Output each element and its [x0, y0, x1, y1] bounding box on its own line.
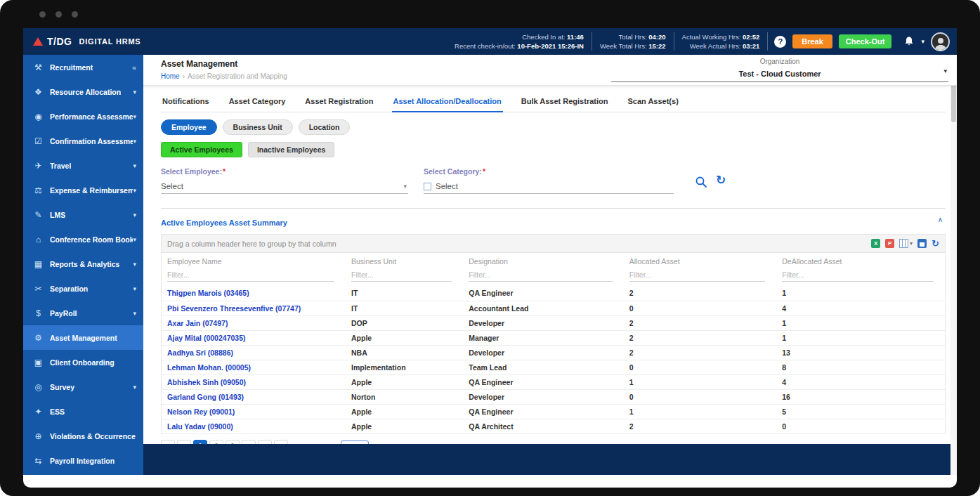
collapse-section-icon[interactable]: ∧	[938, 216, 943, 223]
column-header-allocated-asset[interactable]: Allocated Asset	[624, 253, 776, 268]
sidebar-item-travel[interactable]: ✈Travel▾	[23, 153, 143, 178]
column-chooser-icon[interactable]: ▾	[899, 239, 913, 248]
cell-deallocated-asset: 16	[776, 389, 945, 404]
tab-bulk-asset-registration[interactable]: Bulk Asset Registration	[520, 94, 610, 112]
tab-asset-category[interactable]: Asset Category	[228, 94, 287, 112]
chevron-down-icon[interactable]: ▾	[133, 138, 136, 145]
sidebar-item-recruitment[interactable]: ⚒Recruitment«	[23, 55, 143, 79]
sidebar-item-resource-allocation[interactable]: ❖Resource Allocation▾	[23, 79, 143, 104]
column-header-deallocated-asset[interactable]: DeAllocated Asset	[776, 253, 945, 268]
sidebar-item-payroll-integration[interactable]: ⇆Payroll Integration	[23, 448, 143, 473]
filter-inactive-employees[interactable]: Inactive Employees	[248, 142, 334, 157]
window-control-dot[interactable]	[39, 11, 46, 18]
user-avatar[interactable]	[931, 32, 950, 51]
column-header-employee-name[interactable]: Employee Name	[162, 253, 346, 268]
chevron-down-icon[interactable]: ▾	[133, 89, 136, 96]
sidebar-item-conference-room-booking[interactable]: ⌂Conference Room Booking▾	[23, 227, 143, 252]
refresh-grid-icon[interactable]: ↻	[932, 239, 939, 248]
cell-allocated-asset: 1	[624, 404, 776, 419]
summary-section-title[interactable]: Active Employees Asset Summary	[161, 218, 287, 227]
chevron-down-icon[interactable]: ▾	[133, 236, 136, 243]
cell-designation: QA Engineer	[463, 286, 624, 301]
subtab-business-unit[interactable]: Business Unit	[223, 119, 293, 135]
select-category-dropdown[interactable]: Select	[424, 182, 674, 194]
sidebar-item-violations-occurrence[interactable]: ⊕Violations & Occurrence	[23, 424, 143, 448]
group-panel-hint: Drag a column header here to group by th…	[167, 240, 336, 248]
break-button[interactable]: Break	[792, 34, 832, 48]
breadcrumb-current: Asset Registration and Mapping	[188, 72, 287, 80]
sidebar-item-payroll[interactable]: $PayRoll▾	[23, 301, 143, 325]
export-excel-icon[interactable]: X	[871, 239, 880, 248]
sidebar-item-label: Client Onboarding	[50, 358, 115, 367]
brand[interactable]: T/DG DIGITAL HRMS	[33, 36, 141, 47]
checkout-button[interactable]: Check-Out	[839, 34, 892, 48]
export-pdf-icon[interactable]: P	[885, 239, 894, 248]
sidebar-item-survey[interactable]: ◎Survey▾	[23, 374, 143, 399]
horizontal-scrollbar[interactable]	[23, 475, 957, 488]
chevron-down-icon[interactable]: ▾	[133, 162, 136, 169]
sidebar-item-performance-assessment[interactable]: ◉Performance Assessment▾	[23, 104, 143, 129]
cell-designation: QA Architect	[463, 419, 624, 433]
employee-name-link[interactable]: Nelson Rey (09001)	[162, 404, 346, 419]
save-layout-icon[interactable]	[917, 239, 927, 248]
employee-name-link[interactable]: Lalu Yadav (09000)	[162, 419, 346, 433]
window-control-dot[interactable]	[55, 11, 62, 18]
vertical-scrollbar[interactable]	[950, 55, 957, 475]
sidebar-item-confirmation-assessment[interactable]: ☑Confirmation Assessment▾	[23, 129, 143, 153]
sidebar-item-client-onboarding[interactable]: ▣Client Onboarding	[23, 350, 143, 374]
employee-name-link[interactable]: Aadhya Sri (08886)	[162, 345, 346, 360]
filter-input-business-unit[interactable]: Filter...	[351, 269, 452, 282]
sidebar-item-separation[interactable]: ✂Separation▾	[23, 276, 143, 301]
help-icon[interactable]: ?	[774, 36, 786, 48]
employee-name-link[interactable]: Axar Jain (07497)	[162, 315, 346, 330]
employee-name-link[interactable]: Thigpen Marois (03465)	[162, 286, 346, 301]
column-header-designation[interactable]: Designation	[463, 253, 624, 268]
breadcrumb-home-link[interactable]: Home	[161, 72, 180, 80]
chevron-down-icon[interactable]: ▾	[133, 285, 136, 292]
chevron-down-icon[interactable]: ▾	[133, 310, 136, 317]
payroll-integration-icon: ⇆	[32, 456, 44, 466]
sidebar-item-reports-analytics[interactable]: ▦Reports & Analytics▾	[23, 252, 143, 276]
sidebar-item-asset-management[interactable]: ⚙Asset Management	[23, 325, 143, 350]
chevron-down-icon[interactable]: ▾	[133, 113, 136, 120]
notification-bell-icon[interactable]	[903, 36, 915, 47]
cell-business-unit: Apple	[346, 404, 463, 419]
subtab-location[interactable]: Location	[299, 119, 351, 135]
tab-asset-allocation-deallocation[interactable]: Asset Allocation/Deallocation	[392, 94, 503, 112]
window-control-dot[interactable]	[72, 11, 78, 18]
column-header-business-unit[interactable]: Business Unit	[346, 253, 463, 268]
tab-scan-asset-s[interactable]: Scan Asset(s)	[626, 94, 679, 112]
sidebar-item-expense-reimbursement[interactable]: ⚖Expense & Reimbursement▾	[23, 178, 143, 202]
select-category-checkbox[interactable]	[424, 183, 431, 190]
profile-caret-icon[interactable]: ▾	[921, 38, 925, 45]
subtab-employee[interactable]: Employee	[161, 119, 217, 135]
tab-notifications[interactable]: Notifications	[161, 94, 211, 112]
payroll-icon: $	[32, 308, 44, 318]
sidebar-item-lms[interactable]: ✎LMS▾	[23, 202, 143, 227]
employee-name-link[interactable]: Abhishek Sinh (09050)	[162, 374, 346, 389]
filter-input-employee-name[interactable]: Filter...	[167, 269, 334, 282]
filter-active-employees[interactable]: Active Employees	[161, 142, 242, 157]
select-employee-dropdown[interactable]: Select ▾	[161, 182, 408, 194]
separation-icon: ✂	[32, 284, 44, 294]
sidebar-item-ess[interactable]: ✦ESS	[23, 399, 143, 424]
chevron-down-icon[interactable]: ▾	[133, 187, 136, 194]
employee-name-link[interactable]: Pbi Sevenzero Threesevenfive (07747)	[162, 301, 346, 315]
search-icon[interactable]	[695, 176, 707, 188]
page-background-filler	[143, 444, 957, 475]
sidebar-collapse-icon[interactable]: «	[132, 63, 136, 72]
employee-name-link[interactable]: Ajay Mital (000247035)	[162, 330, 346, 345]
refresh-icon[interactable]: ↻	[716, 173, 726, 188]
cell-deallocated-asset: 5	[776, 404, 945, 419]
filter-input-deallocated-asset[interactable]: Filter...	[782, 269, 934, 282]
chevron-down-icon[interactable]: ▾	[133, 384, 136, 391]
chevron-down-icon[interactable]: ▾	[133, 211, 136, 218]
grid-group-panel[interactable]: Drag a column header here to group by th…	[162, 235, 945, 253]
organization-select[interactable]: Organization Test - Cloud Customer ▾	[611, 58, 948, 82]
tab-asset-registration[interactable]: Asset Registration	[303, 94, 374, 112]
filter-input-designation[interactable]: Filter...	[469, 269, 613, 282]
employee-name-link[interactable]: Lehman Mohan. (00005)	[162, 360, 346, 374]
filter-input-allocated-asset[interactable]: Filter...	[629, 269, 765, 282]
chevron-down-icon[interactable]: ▾	[133, 261, 136, 268]
employee-name-link[interactable]: Garland Gong (01493)	[162, 389, 346, 404]
